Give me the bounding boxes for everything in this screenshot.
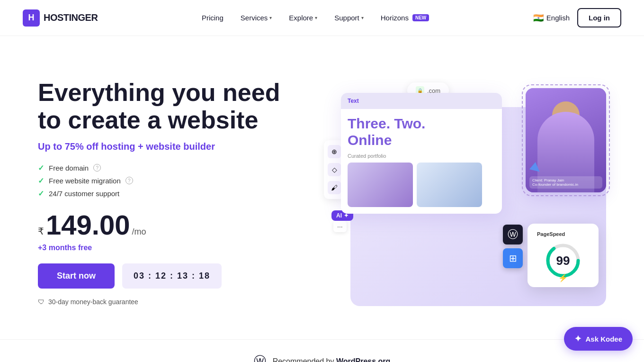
cta-row: Start now 03 : 12 : 13 : 18 [38, 263, 284, 289]
logo-text: HOSTINGER [44, 12, 98, 23]
card-images [348, 163, 495, 207]
more-options-button[interactable]: ··· [333, 221, 347, 232]
nav-services[interactable]: Services ▾ [234, 10, 279, 26]
check-icon: ✓ [38, 189, 44, 198]
pagespeed-card: PageSpeed 99 ⚡ [528, 224, 599, 287]
guarantee-row: 🛡 30-day money-back guarantee [38, 298, 284, 306]
pagespeed-circle: 99 ⚡ [544, 242, 582, 280]
feature-domain: ✓ Free domain ? [38, 163, 284, 172]
person-caption: Client: Pranay Jain Co-founder of brando… [529, 176, 602, 189]
shield-icon: 🛡 [38, 298, 45, 306]
chevron-down-icon: ▾ [315, 15, 317, 20]
hero-subtitle: Up to 75% off hosting + website builder [38, 141, 284, 152]
hero-content: Everything you need to create a website … [38, 79, 284, 305]
nav-right: 🇮🇳 English Log in [533, 8, 621, 27]
layers-sidebar-icon[interactable]: ◇ [328, 163, 341, 176]
feature-list: ✓ Free domain ? ✓ Free website migration… [38, 163, 284, 198]
brush-sidebar-icon[interactable]: 🖌 [328, 181, 341, 194]
add-sidebar-icon[interactable]: ⊕ [328, 145, 341, 158]
bolt-icon: ⚡ [558, 273, 568, 282]
pagespeed-score: 99 [556, 253, 570, 268]
language-selector[interactable]: 🇮🇳 English [533, 13, 570, 23]
hero-title: Everything you need to create a website [38, 79, 284, 133]
kodee-icon: ✦ [574, 334, 581, 344]
months-free-label: +3 months free [38, 244, 284, 252]
nav-explore[interactable]: Explore ▾ [282, 10, 324, 26]
feature-support: ✓ 24/7 customer support [38, 189, 284, 198]
recommended-text: Recommended by WordPress.org [273, 357, 391, 362]
logo[interactable]: H HOSTINGER [23, 9, 98, 27]
plugin-icon: ⊞ [503, 248, 523, 268]
currency-symbol: ₹ [38, 226, 44, 237]
bottom-bar: ⓦ Recommended by WordPress.org [0, 339, 644, 362]
website-builder-card: Text Three. Two. Online Curated portfoli… [341, 93, 502, 214]
price-block: ₹ 149.00 /mo [38, 211, 284, 239]
card-image-1 [348, 163, 413, 207]
portfolio-label: Curated portfolio [348, 153, 495, 159]
pagespeed-label: PageSpeed [537, 231, 589, 237]
price-period: /mo [132, 227, 146, 237]
card-body: Three. Two. Online Curated portfolio [341, 109, 502, 214]
logo-icon: H [23, 9, 40, 27]
flag-icon: 🇮🇳 [533, 13, 544, 23]
wordpress-icon: ⓦ [503, 225, 523, 244]
nav-pricing[interactable]: Pricing [195, 10, 230, 26]
wordpress-logo-icon: ⓦ [254, 353, 266, 362]
hero-visual: 🔒 .com ⊕ ◇ 🖌 AI ✦ ··· Text Three. Two. O… [313, 79, 606, 306]
price-row: ₹ 149.00 /mo [38, 211, 284, 239]
check-icon: ✓ [38, 176, 44, 185]
info-icon[interactable]: ? [125, 177, 133, 184]
start-now-button[interactable]: Start now [38, 263, 115, 289]
person-visual: Client: Pranay Jain Co-founder of brando… [526, 88, 606, 192]
card-hero-text: Three. Two. Online [348, 116, 495, 148]
person-card: Client: Pranay Jain Co-founder of brando… [526, 88, 606, 192]
hero-section: Everything you need to create a website … [0, 36, 644, 339]
chevron-down-icon: ▾ [269, 15, 272, 20]
ask-kodee-button[interactable]: ✦ Ask Kodee [564, 327, 633, 351]
card-header: Text [341, 93, 502, 109]
feature-migration: ✓ Free website migration ? [38, 176, 284, 185]
check-icon: ✓ [38, 163, 44, 172]
text-label: Text [348, 98, 359, 104]
info-icon[interactable]: ? [93, 164, 101, 172]
login-button[interactable]: Log in [577, 8, 621, 27]
card-image-2 [417, 163, 482, 207]
price-amount: 149.00 [46, 211, 130, 239]
navbar: H HOSTINGER Pricing Services ▾ Explore ▾… [0, 0, 644, 36]
new-badge: NEW [412, 14, 429, 21]
nav-horizons[interactable]: Horizons NEW [374, 10, 436, 26]
chevron-down-icon: ▾ [361, 15, 364, 20]
nav-links: Pricing Services ▾ Explore ▾ Support ▾ H… [195, 10, 436, 26]
nav-support[interactable]: Support ▾ [328, 10, 370, 26]
countdown-timer: 03 : 12 : 13 : 18 [122, 263, 222, 289]
